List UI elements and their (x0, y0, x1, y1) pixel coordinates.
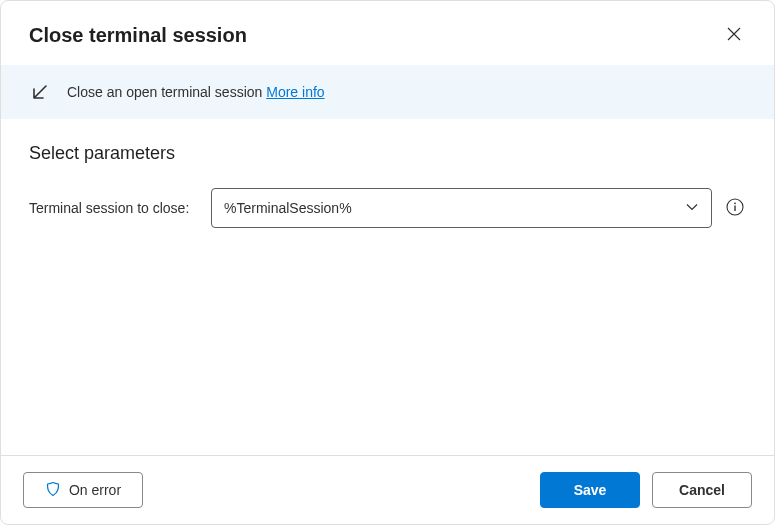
cancel-button[interactable]: Cancel (652, 472, 752, 508)
dialog-content: Select parameters Terminal session to cl… (1, 119, 774, 455)
param-row-terminal-session: Terminal session to close: %TerminalSess… (29, 188, 746, 228)
terminal-session-select[interactable]: %TerminalSession% (211, 188, 712, 228)
chevron-down-icon (685, 200, 699, 217)
terminal-session-info-button[interactable] (724, 197, 746, 219)
parameters-section-title: Select parameters (29, 143, 746, 164)
svg-point-1 (734, 202, 736, 204)
dialog-header: Close terminal session (1, 1, 774, 65)
info-banner: Close an open terminal session More info (1, 65, 774, 119)
terminal-session-value: %TerminalSession% (224, 200, 352, 216)
footer-actions: Save Cancel (540, 472, 752, 508)
dialog: Close terminal session Close an open ter… (0, 0, 775, 525)
on-error-label: On error (69, 482, 121, 498)
terminal-session-label: Terminal session to close: (29, 200, 199, 216)
info-banner-text: Close an open terminal session More info (67, 84, 325, 100)
svg-rect-2 (734, 205, 735, 211)
cancel-label: Cancel (679, 482, 725, 498)
save-button[interactable]: Save (540, 472, 640, 508)
shield-icon (45, 481, 61, 500)
arrow-down-left-icon (29, 81, 51, 103)
more-info-link[interactable]: More info (266, 84, 324, 100)
close-button[interactable] (718, 19, 750, 51)
dialog-title: Close terminal session (29, 24, 247, 47)
dialog-footer: On error Save Cancel (1, 455, 774, 524)
close-icon (727, 27, 741, 44)
info-icon (726, 198, 744, 219)
banner-description: Close an open terminal session (67, 84, 266, 100)
on-error-button[interactable]: On error (23, 472, 143, 508)
save-label: Save (574, 482, 607, 498)
